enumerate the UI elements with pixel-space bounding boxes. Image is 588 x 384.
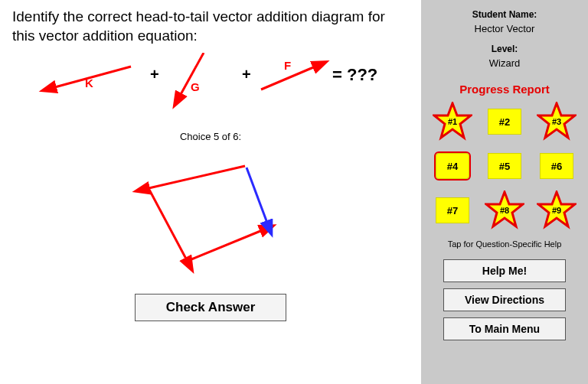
progress-box: #7 bbox=[436, 197, 469, 223]
svg-line-4 bbox=[149, 190, 188, 262]
question-text: Identify the correct head-to-tail vector… bbox=[12, 8, 409, 45]
level-label: Level: bbox=[492, 44, 518, 54]
svg-line-5 bbox=[191, 229, 264, 259]
equals-text: = ??? bbox=[332, 65, 377, 84]
plus-1: + bbox=[150, 66, 159, 83]
star-icon: #9 bbox=[537, 190, 577, 230]
choice-diagram-svg bbox=[115, 147, 306, 285]
vector-f-label: F bbox=[284, 59, 291, 72]
choice-diagram-area[interactable] bbox=[12, 147, 409, 285]
progress-grid: #1#2 #3#4#5#6#7 #8 #9 bbox=[431, 103, 578, 229]
level-value: Wizard bbox=[489, 57, 520, 69]
main-menu-button[interactable]: To Main Menu bbox=[443, 317, 566, 340]
star-icon: #8 bbox=[485, 190, 524, 230]
progress-box: #5 bbox=[488, 153, 521, 179]
vector-g-label: G bbox=[191, 80, 200, 93]
sidebar: Student Name: Hector Vector Level: Wizar… bbox=[421, 0, 588, 384]
help-me-button[interactable]: Help Me! bbox=[443, 259, 566, 282]
view-directions-button[interactable]: View Directions bbox=[443, 288, 566, 311]
progress-tile-6[interactable]: #6 bbox=[535, 148, 578, 184]
progress-box: #2 bbox=[488, 109, 521, 135]
progress-tile-2[interactable]: #2 bbox=[483, 103, 526, 140]
svg-line-6 bbox=[247, 168, 268, 225]
plus-2: + bbox=[242, 66, 251, 83]
progress-box: #4 bbox=[436, 153, 469, 179]
progress-tile-3[interactable]: #3 bbox=[535, 103, 578, 140]
svg-line-3 bbox=[145, 166, 245, 189]
equation-area: K + G + F = ??? bbox=[12, 53, 409, 122]
check-answer-button[interactable]: Check Answer bbox=[135, 294, 287, 321]
progress-tile-8[interactable]: #8 bbox=[483, 192, 526, 229]
star-icon: #1 bbox=[433, 102, 472, 142]
help-hint: Tap for Question-Specific Help bbox=[448, 239, 562, 249]
progress-tile-9[interactable]: #9 bbox=[535, 192, 578, 229]
progress-tile-1[interactable]: #1 bbox=[431, 103, 474, 140]
equation-svg: K + G + F = ??? bbox=[12, 53, 395, 114]
progress-tile-7[interactable]: #7 bbox=[431, 192, 474, 229]
progress-tile-5[interactable]: #5 bbox=[483, 148, 526, 184]
progress-tile-4[interactable]: #4 bbox=[431, 148, 474, 184]
progress-title: Progress Report bbox=[459, 83, 550, 96]
main-panel: Identify the correct head-to-tail vector… bbox=[0, 0, 421, 384]
progress-box: #6 bbox=[540, 153, 573, 179]
student-name-label: Student Name: bbox=[472, 9, 537, 20]
vector-k-label: K bbox=[85, 76, 93, 89]
star-icon: #3 bbox=[537, 102, 577, 142]
student-name-value: Hector Vector bbox=[475, 23, 535, 34]
choice-label: Choice 5 of 6: bbox=[12, 131, 409, 142]
